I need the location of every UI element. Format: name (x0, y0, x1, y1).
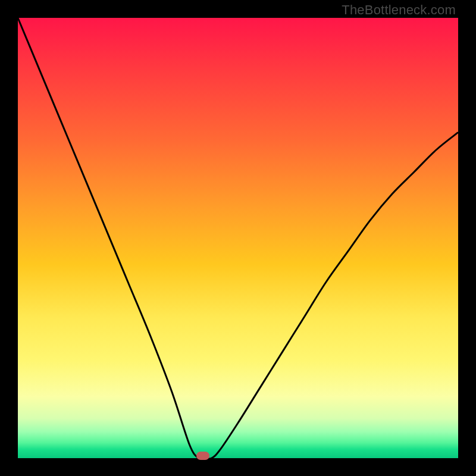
min-marker (196, 452, 209, 460)
curve-svg (18, 18, 458, 458)
plot-area (18, 18, 458, 458)
watermark-text: TheBottleneck.com (342, 2, 456, 18)
chart-frame: TheBottleneck.com (0, 0, 476, 476)
bottleneck-curve (18, 18, 458, 459)
